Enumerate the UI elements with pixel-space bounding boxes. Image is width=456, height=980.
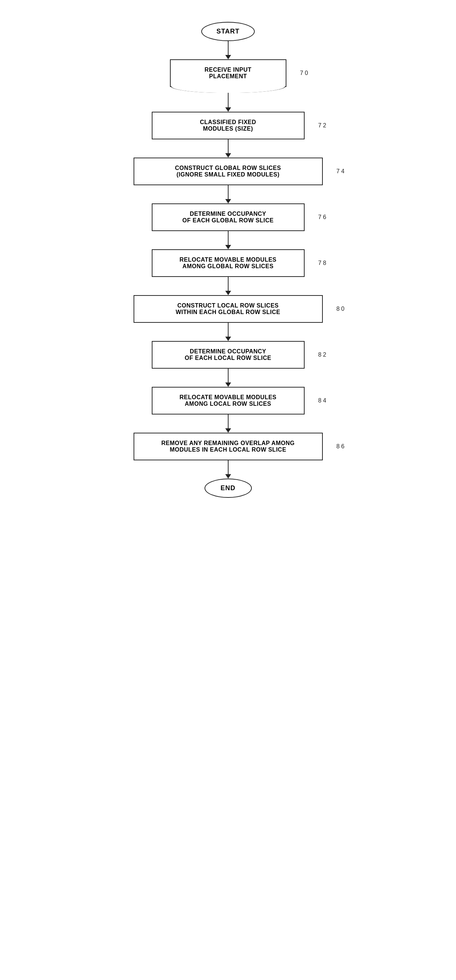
step-82-label: 8 2 [318,352,326,358]
step-80-container: CONSTRUCT LOCAL ROW SLICESWITHIN EACH GL… [133,295,323,323]
step-72-box: CLASSIFIED FIXEDMODULES (SIZE) [152,112,305,139]
arrow-10 [225,460,231,479]
step-74-container: CONSTRUCT GLOBAL ROW SLICES(IGNORE SMALL… [133,158,323,185]
arrow-8 [225,369,231,387]
step-86-box: REMOVE ANY REMAINING OVERLAP AMONGMODULE… [133,433,323,460]
step-78-box: RELOCATE MOVABLE MODULESAMONG GLOBAL ROW… [152,249,305,277]
step-72-label: 7 2 [318,122,326,129]
end-node: END [205,479,252,498]
step-76-box: DETERMINE OCCUPANCYOF EACH GLOBAL ROW SL… [152,204,305,231]
flowchart: START RECEIVE INPUTPLACEMENT 7 0 CLASSIF… [101,7,356,512]
step-78-label: 7 8 [318,260,326,266]
step-84-box: RELOCATE MOVABLE MODULESAMONG LOCAL ROW … [152,387,305,415]
arrow-9 [225,415,231,433]
step-70-container: RECEIVE INPUTPLACEMENT 7 0 [170,59,286,87]
step-82-container: DETERMINE OCCUPANCYOF EACH LOCAL ROW SLI… [152,341,305,369]
arrow-7 [225,323,231,341]
step-84-label: 8 4 [318,398,326,404]
arrow-1 [225,41,231,59]
arrow-5 [225,231,231,249]
step-80-label: 8 0 [336,306,344,312]
start-oval: START [201,22,255,41]
step-76-container: DETERMINE OCCUPANCYOF EACH GLOBAL ROW SL… [152,204,305,231]
start-node: START [201,22,255,41]
step-82-box: DETERMINE OCCUPANCYOF EACH LOCAL ROW SLI… [152,341,305,369]
step-74-box: CONSTRUCT GLOBAL ROW SLICES(IGNORE SMALL… [133,158,323,185]
step-84-container: RELOCATE MOVABLE MODULESAMONG LOCAL ROW … [152,387,305,415]
step-86-label: 8 6 [336,443,344,450]
step-86-container: REMOVE ANY REMAINING OVERLAP AMONGMODULE… [133,433,323,460]
step-72-container: CLASSIFIED FIXEDMODULES (SIZE) 7 2 [152,112,305,139]
arrow-4 [225,185,231,204]
end-oval: END [205,479,252,498]
step-70-label: 7 0 [300,70,308,76]
arrow-3 [225,139,231,158]
arrow-6 [225,277,231,295]
step-80-box: CONSTRUCT LOCAL ROW SLICESWITHIN EACH GL… [133,295,323,323]
step-74-label: 7 4 [336,168,344,175]
step-76-label: 7 6 [318,214,326,221]
step-70-box: RECEIVE INPUTPLACEMENT [170,59,286,87]
step-78-container: RELOCATE MOVABLE MODULESAMONG GLOBAL ROW… [152,249,305,277]
